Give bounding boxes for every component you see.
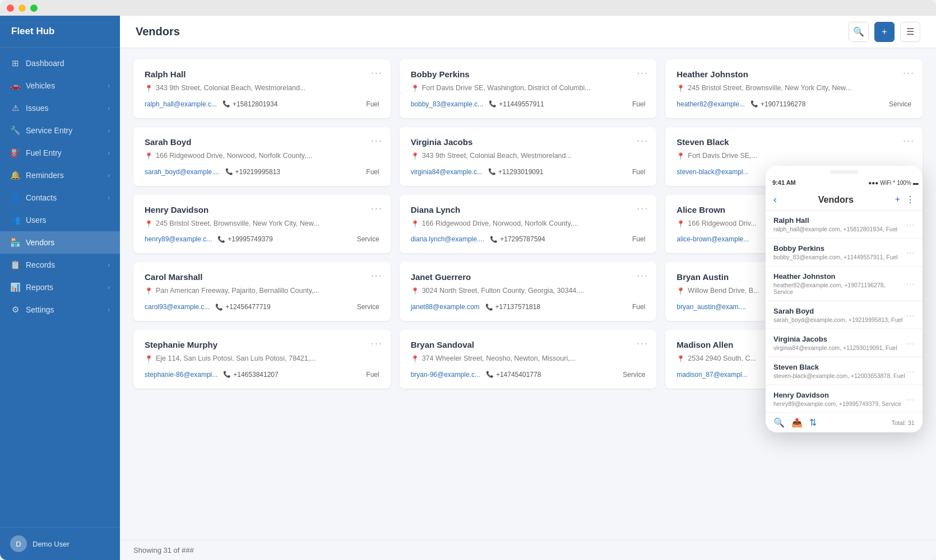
vendor-card-menu-button[interactable]: ··· [903,135,915,147]
location-icon: 📍 [145,220,153,229]
vendor-card-menu-button[interactable]: ··· [371,67,383,79]
sidebar-item-contacts[interactable]: 👤 Contacts › [0,186,120,209]
mobile-export-icon[interactable]: 📤 [791,417,803,428]
mobile-item-menu[interactable]: ··· [906,367,915,376]
mobile-list: Ralph Hall ralph_hall@example.com, +1581… [766,211,923,412]
mobile-list-item[interactable]: Ralph Hall ralph_hall@example.com, +1581… [766,211,923,239]
vendor-email-link[interactable]: madison_87@exampl... [676,371,747,379]
mobile-item-info: Heather Johnston heather82@example.com, … [773,272,906,295]
main-header: Vendors 🔍 + ☰ [120,16,936,48]
sidebar-label-reminders: Reminders [26,171,102,180]
sidebar-item-service-entry[interactable]: 🔧 Service Entry › [0,119,120,142]
sidebar-user: D Demo User [0,527,120,560]
mobile-item-info: Ralph Hall ralph_hall@example.com, +1581… [773,216,906,232]
mobile-list-item[interactable]: Henry Davidson henry89@example.com, +199… [766,385,923,412]
vendor-address: 📍 166 Ridgewood Drive, Norwood, Norfolk … [411,219,646,229]
vendor-email-link[interactable]: stephanie-86@exampl... [145,371,217,379]
sidebar-item-issues[interactable]: ⚠ Issues › [0,97,120,119]
mobile-more-icon[interactable]: ⋮ [906,194,915,205]
sidebar-item-vendors[interactable]: 🏪 Vendors [0,231,120,254]
phone-icon: 📞 [486,371,494,378]
vendor-card: ··· Heather Johnston 📍 245 Bristol Stree… [665,59,923,118]
showing-label: Showing 31 of [133,546,179,554]
vendor-email-link[interactable]: alice-brown@example... [676,235,749,243]
vendor-footer: henry89@example.c... 📞+19995749379 Servi… [145,235,379,243]
sidebar-item-fuel-entry[interactable]: ⛽ Fuel Entry › [0,142,120,164]
sidebar-item-settings[interactable]: ⚙ Settings › [0,298,120,321]
mobile-sort-icon[interactable]: ⇅ [809,417,817,428]
vendor-email-link[interactable]: henry89@example.c... [145,235,212,243]
vendor-card-menu-button[interactable]: ··· [637,203,648,214]
mobile-item-menu[interactable]: ··· [906,395,915,404]
vendor-email-link[interactable]: bryan-96@example.c... [411,371,480,379]
vendor-card-menu-button[interactable]: ··· [637,135,648,147]
vendor-email-link[interactable]: janet88@example.com [411,303,480,311]
mobile-item-menu[interactable]: ··· [906,279,915,288]
vendor-email-link[interactable]: bobby_83@example.c... [411,100,484,108]
mobile-item-menu[interactable]: ··· [906,339,915,348]
vendor-type-badge: Service [357,235,379,243]
vendor-card-menu-button[interactable]: ··· [371,203,383,214]
location-icon: 📍 [676,220,685,229]
vendor-name: Steven Black [676,137,911,147]
mobile-nav-actions: + ⋮ [895,194,915,205]
mobile-list-item[interactable]: Sarah Boyd sarah_boyd@example.com, +1921… [766,301,923,329]
reports-icon: 📊 [10,282,20,292]
mobile-status-bar: 9:41 AM ●●●WiFi*100%▬ [766,176,923,189]
vendor-email-link[interactable]: heather82@example... [676,100,745,108]
sidebar-label-contacts: Contacts [26,193,102,202]
vendor-card-menu-button[interactable]: ··· [903,67,915,79]
add-vendor-button[interactable]: + [874,22,895,42]
vendor-name: Ralph Hall [145,69,379,79]
vendor-card-menu-button[interactable]: ··· [637,338,648,349]
vendor-email-link[interactable]: diana.lynch@example.... [411,235,485,243]
close-button[interactable] [7,4,14,12]
vendor-phone: 📞+19219995813 [225,168,280,176]
vendor-card-menu-button[interactable]: ··· [371,338,383,349]
vendor-type-badge: Fuel [632,168,645,176]
vendor-email-link[interactable]: steven-black@exampl... [676,168,748,176]
vendor-address: 📍 245 Bristol Street, Brownsville, New Y… [145,219,379,229]
vendor-phone: 📞+19071196278 [750,100,805,108]
vendor-card-menu-button[interactable]: ··· [637,67,648,79]
reminders-icon: 🔔 [10,170,20,180]
mobile-add-icon[interactable]: + [895,194,900,205]
mobile-list-item[interactable]: Heather Johnston heather82@example.com, … [766,267,923,301]
vendor-footer: ralph_hall@example.c... 📞+15812801934 Fu… [145,100,379,108]
vendor-phone: 📞+14745401778 [486,371,541,379]
search-button[interactable]: 🔍 [849,22,869,42]
contacts-icon: 👤 [10,193,20,203]
vendor-email-link[interactable]: sarah_boyd@example.... [145,168,220,176]
mobile-list-item[interactable]: Virginia Jacobs virginia84@example.com, … [766,329,923,357]
vendor-email-link[interactable]: carol93@example.c... [145,303,210,311]
mobile-total-label: Total: 31 [891,419,915,426]
vendor-card-menu-button[interactable]: ··· [371,135,383,147]
vendor-phone: 📞+11449557911 [489,100,544,108]
vendor-email-link[interactable]: virginia84@example.c... [411,168,483,176]
location-icon: 📍 [676,287,685,296]
mobile-signal: ●●●WiFi*100%▬ [871,180,916,186]
chevron-right-icon: › [108,172,110,179]
menu-button[interactable]: ☰ [900,22,920,42]
mobile-back-button[interactable]: ‹ [773,194,777,206]
sidebar-item-reports[interactable]: 📊 Reports › [0,276,120,298]
mobile-item-menu[interactable]: ··· [906,311,915,320]
mobile-list-item[interactable]: Bobby Perkins bobby_83@example.com, +114… [766,239,923,267]
minimize-button[interactable] [18,4,26,12]
mobile-item-info: Bobby Perkins bobby_83@example.com, +114… [773,244,906,260]
sidebar-item-records[interactable]: 📋 Records › [0,254,120,276]
mobile-item-menu[interactable]: ··· [906,248,915,257]
sidebar-item-vehicles[interactable]: 🚗 Vehicles › [0,74,120,97]
maximize-button[interactable] [30,4,38,12]
sidebar-item-dashboard[interactable]: ⊞ Dashboard [0,52,120,74]
vendor-email-link[interactable]: ralph_hall@example.c... [145,100,217,108]
vendor-email-link[interactable]: bryan_austin@exam.... [676,303,746,311]
sidebar-item-reminders[interactable]: 🔔 Reminders › [0,164,120,186]
dashboard-icon: ⊞ [10,58,20,68]
vendor-card-menu-button[interactable]: ··· [637,270,648,282]
mobile-list-item[interactable]: Steven Black steven-black@example.com, +… [766,357,923,385]
vendor-card-menu-button[interactable]: ··· [371,270,383,282]
mobile-item-menu[interactable]: ··· [906,220,915,229]
sidebar-item-users[interactable]: 👥 Users [0,209,120,231]
mobile-search-icon[interactable]: 🔍 [773,417,785,428]
